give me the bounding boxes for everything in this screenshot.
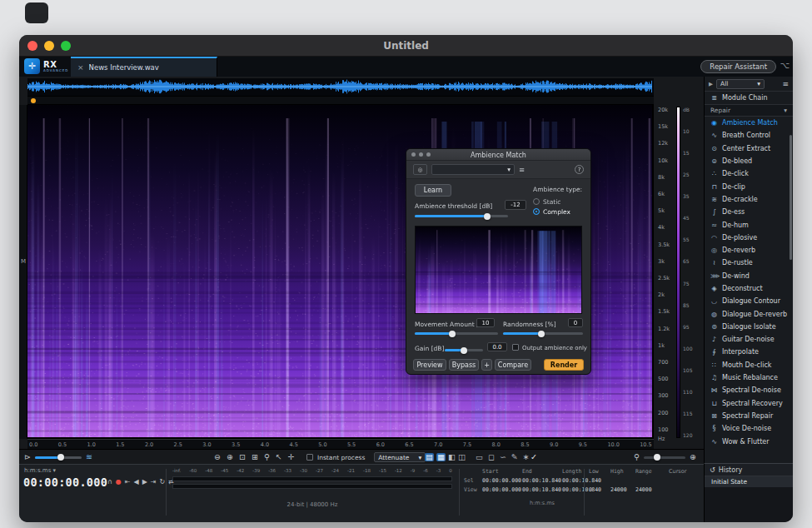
repair-assistant-button[interactable]: Repair Assistant — [700, 60, 776, 73]
module-item[interactable]: ∿ Wow & Flutter — [705, 435, 793, 447]
radio-icon[interactable] — [533, 198, 540, 205]
randomness-slider[interactable] — [503, 332, 583, 335]
time-ruler[interactable]: 0.00.51.01.52.02.53.03.54.04.55.05.56.06… — [27, 439, 654, 449]
horizontal-zoom-slider[interactable] — [644, 456, 685, 459]
pointer-tool[interactable]: ↖ — [276, 453, 282, 461]
instant-process-checkbox[interactable] — [306, 454, 313, 461]
preset-icon[interactable]: ◎ — [413, 164, 427, 175]
time-format-select[interactable]: h:m:s.ms ▾ — [24, 467, 56, 474]
module-item[interactable]: ⊠ Spectral Repair — [705, 410, 793, 422]
panel-menu-icon[interactable]: ≡ — [782, 80, 789, 88]
module-item[interactable]: ∮ Interpolate — [705, 346, 793, 358]
speaker-icon[interactable]: ⊳ — [24, 453, 31, 461]
learn-button[interactable]: Learn — [415, 184, 451, 197]
spectrogram-blend-icon[interactable]: ≋ — [86, 453, 92, 461]
module-list-scrollbar[interactable] — [790, 135, 792, 260]
module-item[interactable]: ∫ De-ess — [705, 206, 793, 218]
module-chain-item[interactable]: ≣ Module Chain — [705, 92, 793, 105]
record-button[interactable]: ● — [116, 478, 122, 486]
split-view-toggle[interactable]: ◧ — [448, 453, 456, 461]
randomness-value[interactable]: 0 — [568, 318, 583, 327]
loop-button[interactable]: ↻ — [160, 478, 166, 486]
preset-select[interactable]: ▾ — [431, 164, 515, 175]
module-item[interactable]: ◎ De-reverb — [705, 244, 793, 257]
horizontal-zoom-knob[interactable] — [654, 454, 660, 461]
module-item[interactable]: ∿ Breath Control — [705, 129, 793, 142]
bypass-button[interactable]: Bypass — [449, 359, 479, 371]
gain-slider[interactable] — [445, 349, 483, 351]
module-item[interactable]: ◈ Deconstruct — [705, 282, 793, 295]
module-filter-select[interactable]: All ▾ — [716, 79, 765, 89]
apply-check-icon[interactable]: ✓ — [531, 453, 537, 461]
go-to-start-button[interactable]: ⇤ — [125, 478, 131, 486]
module-item[interactable]: § Voice De-noise — [705, 422, 793, 435]
ambience-type-radio[interactable]: Complex — [533, 207, 570, 217]
signal-flow-icon[interactable]: ⌥ — [780, 61, 790, 70]
instant-process-label[interactable]: Instant process — [317, 454, 365, 461]
module-item[interactable]: ∷ Mouth De-click — [705, 359, 793, 371]
zoom-slider-magnifier-icon[interactable]: ⚲ — [634, 453, 640, 461]
rewind-button[interactable]: ◀ — [134, 478, 139, 486]
lasso-tool[interactable]: ∽ — [500, 453, 506, 461]
add-button[interactable]: + — [481, 359, 492, 371]
threshold-slider-knob[interactable] — [484, 213, 491, 220]
module-item[interactable]: ∴ De-click — [705, 167, 793, 180]
monitor-icon[interactable]: ∩ — [107, 478, 112, 486]
module-item[interactable]: ⊓ De-clip — [705, 180, 793, 192]
zoom-out-button[interactable]: ⊖ — [214, 453, 221, 461]
frequency-scale[interactable]: 20k15k12k10k8k6k5k4k3.5k3k2.5k2k1.5k1.2k… — [656, 107, 675, 433]
wand-tool[interactable]: ∗ — [523, 453, 530, 461]
threshold-slider[interactable] — [415, 215, 508, 217]
preset-menu-icon[interactable]: ≡ — [519, 166, 525, 174]
waveform-overview-canvas[interactable] — [27, 78, 652, 95]
history-item[interactable]: Initial State — [705, 476, 793, 487]
marker-bar[interactable] — [27, 97, 654, 105]
repair-section-header[interactable]: Repair ▾ — [705, 105, 793, 117]
zoom-fit-button[interactable]: ⊞ — [252, 453, 258, 461]
zoom-increase-icon[interactable]: ⊕ — [690, 453, 696, 461]
time-display[interactable]: 00:00:00.000 — [23, 476, 107, 489]
history-header[interactable]: ↺ History — [705, 464, 793, 476]
module-item[interactable]: ◍ Dialogue De-reverb — [705, 307, 793, 320]
filter-play-icon[interactable]: ▶ — [709, 81, 713, 87]
preview-button[interactable]: Preview — [413, 359, 446, 371]
movement-slider[interactable] — [415, 332, 498, 335]
movement-value[interactable]: 10 — [476, 318, 495, 327]
help-icon[interactable]: ? — [575, 165, 584, 174]
module-item[interactable]: ♪ Guitar De-noise — [705, 333, 793, 346]
magnifier-tool[interactable]: ⚲ — [264, 453, 270, 461]
zoom-in-button[interactable]: ⊕ — [227, 453, 233, 461]
gain-slider-knob[interactable] — [461, 347, 467, 354]
module-item[interactable]: ≈ De-hum — [705, 218, 793, 231]
dialog-titlebar[interactable]: Ambience Match — [406, 149, 590, 161]
go-to-end-button[interactable]: ⇥ — [151, 478, 157, 486]
radio-label[interactable]: Complex — [543, 208, 570, 216]
module-item[interactable]: ⊔ Spectral Recovery — [705, 397, 793, 410]
waveform-overview[interactable] — [27, 78, 654, 97]
randomness-slider-knob[interactable] — [538, 331, 545, 337]
module-item[interactable]: ⊙ Center Extract — [705, 142, 793, 155]
process-mode-select[interactable]: Attenuate ▾ — [374, 452, 426, 462]
ambience-type-radio[interactable]: Static — [533, 197, 570, 207]
module-item[interactable]: ◡ Dialogue Contour — [705, 295, 793, 307]
file-tab[interactable]: × News Interview.wav — [71, 57, 217, 77]
module-item[interactable]: ≋ De-crackle — [705, 193, 793, 206]
spectrogram-view-toggle[interactable]: ▦ — [436, 453, 446, 461]
movement-slider-knob[interactable] — [449, 331, 456, 337]
playhead-marker[interactable] — [31, 98, 36, 103]
module-item[interactable]: ⋈ Spectral De-noise — [705, 384, 793, 396]
volume-slider[interactable] — [35, 456, 82, 459]
tab-close-icon[interactable]: × — [77, 63, 84, 72]
output-ambience-label[interactable]: Output ambience only — [522, 345, 587, 351]
module-item[interactable]: ◉ Ambience Match — [705, 117, 793, 129]
volume-slider-knob[interactable] — [57, 454, 64, 461]
play-button[interactable]: ▶ — [142, 478, 147, 486]
zoom-selection-button[interactable]: ⊡ — [239, 453, 246, 461]
radio-label[interactable]: Static — [543, 198, 560, 206]
module-item[interactable]: ⊚ Dialogue Isolate — [705, 321, 793, 333]
brush-tool[interactable]: ✎ — [511, 453, 518, 461]
module-item[interactable]: ♫ Music Rebalance — [705, 371, 793, 384]
time-frequency-selection-tool[interactable]: ◻ — [488, 453, 495, 461]
radio-icon[interactable] — [533, 208, 540, 215]
module-item[interactable]: ◠ De-plosive — [705, 232, 793, 244]
